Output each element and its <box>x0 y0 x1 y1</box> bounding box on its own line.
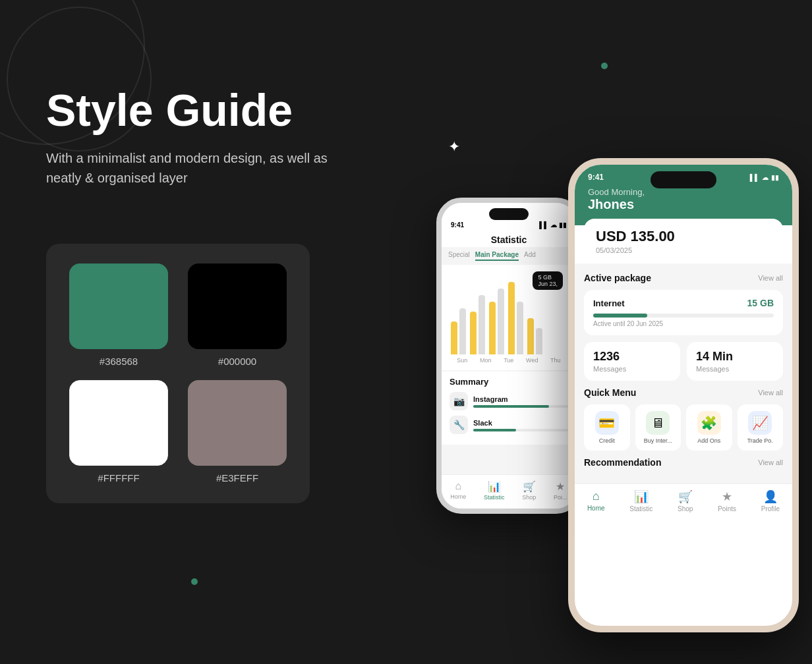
package-progress-bg <box>593 314 774 318</box>
color-swatch-green <box>69 263 168 349</box>
phone2-points-icon: ★ <box>722 489 732 504</box>
phone2-nav-points[interactable]: ★ Points <box>718 489 736 512</box>
phone2-nav-profile[interactable]: 👤 Profile <box>761 489 780 512</box>
phone-mockup-1: 9:41 ▌▌ ☁ ▮▮ Statistic Special Main Pack… <box>436 198 581 514</box>
stat-min-label: Messages <box>696 365 774 373</box>
label-mon: Mon <box>480 357 492 364</box>
color-swatch-wrapper-3: #FFFFFF <box>66 380 171 484</box>
summary-item-slack: 🔧 Slack <box>450 416 568 434</box>
phone1-tab-special[interactable]: Special <box>448 251 470 261</box>
bar-mon-gray <box>478 295 485 354</box>
phone1-screen-title: Statistic <box>491 235 527 245</box>
label-wed: Wed <box>526 357 538 364</box>
stat-card-min: 14 Min Messages <box>687 342 783 381</box>
stats-row: 1236 Messages 14 Min Messages <box>584 342 783 381</box>
package-row: Internet 15 GB <box>593 298 774 308</box>
phone2-username: Jhones <box>588 197 779 212</box>
instagram-progress <box>473 405 549 408</box>
color-swatch-gray <box>188 380 287 466</box>
color-swatch-wrapper-1: #368568 <box>66 263 171 367</box>
phone1-nav-shop-label: Shop <box>522 494 536 501</box>
phone2-notch <box>651 171 716 188</box>
internet-label: Internet <box>593 298 625 308</box>
quick-menu-view-all[interactable]: View all <box>758 389 783 397</box>
phone2-status-icons: ▌▌ ☁ ▮▮ <box>750 174 779 181</box>
summary-title: Summary <box>450 377 568 387</box>
label-tue: Tue <box>504 357 513 364</box>
phone1-nav-statistic[interactable]: 📊 Statistic <box>484 480 505 501</box>
page-subtitle: With a minimalist and modern design, as … <box>46 148 349 188</box>
phone2-home-icon: ⌂ <box>593 489 600 503</box>
color-label-black: #000000 <box>218 356 256 367</box>
credit-label: Credit <box>599 437 615 444</box>
phone2-time: 9:41 <box>588 173 604 182</box>
chart-tooltip: 5 GBJun 23, <box>533 271 563 290</box>
shop-icon: 🛒 <box>523 480 536 493</box>
phone2-nav-home[interactable]: ⌂ Home <box>587 489 605 512</box>
phones-container: 9:41 ▌▌ ☁ ▮▮ Statistic Special Main Pack… <box>568 158 812 632</box>
recommendation-view-all[interactable]: View all <box>758 458 783 466</box>
buy-internet-icon: 🖥 <box>646 411 670 435</box>
quick-menu-trade[interactable]: 📈 Trade Po. <box>738 404 784 451</box>
phone2-nav-shop[interactable]: 🛒 Shop <box>678 489 693 512</box>
instagram-icon: 📷 <box>450 392 468 410</box>
phone1-nav-home-label: Home <box>450 493 466 500</box>
phone1-tabs[interactable]: Special Main Package Add <box>442 247 576 265</box>
label-sun: Sun <box>457 357 467 364</box>
bg-dot-2 <box>191 578 198 585</box>
quick-menu-addons[interactable]: 🧩 Add Ons <box>686 404 732 451</box>
home-icon: ⌂ <box>455 480 462 492</box>
trade-label: Trade Po. <box>747 437 773 444</box>
instagram-info: Instagram <box>473 395 568 408</box>
stat-min-number: 14 Min <box>696 350 774 364</box>
phone1-time: 9:41 <box>451 221 464 229</box>
star-decoration: ✦ <box>448 138 460 155</box>
phone1-nav-poi-label: Poi... <box>554 494 567 501</box>
phone2-nav-statistic[interactable]: 📊 Statistic <box>629 489 652 512</box>
phone2-bottom-nav: ⌂ Home 📊 Statistic 🛒 Shop ★ Points 👤 Pro… <box>575 484 792 522</box>
quick-menu-buy-internet[interactable]: 🖥 Buy Inter... <box>635 404 682 451</box>
phone1-tab-main[interactable]: Main Package <box>475 251 519 261</box>
buy-internet-label: Buy Inter... <box>644 437 672 444</box>
bar-sun-yellow <box>451 321 457 354</box>
color-swatch-black <box>188 263 287 349</box>
phone2-home-label: Home <box>587 505 605 512</box>
stat-messages-label: Messages <box>593 365 671 373</box>
active-package-view-all[interactable]: View all <box>758 274 783 282</box>
phone1-nav-shop[interactable]: 🛒 Shop <box>522 480 536 501</box>
phone2-balance-card: USD 135.00 05/03/2025 <box>584 219 783 263</box>
chart-labels: Sun Mon Tue Wed Thu <box>448 354 569 364</box>
bg-dot-1 <box>601 63 608 69</box>
bar-mon-yellow <box>470 312 477 354</box>
phone1-notch <box>489 208 529 220</box>
recommendation-title: Recommendation <box>584 457 661 468</box>
stat-messages-number: 1236 <box>593 350 671 364</box>
phone1-status-icons: ▌▌ ☁ ▮▮ <box>539 221 567 229</box>
active-package-header: Active package View all <box>584 273 783 283</box>
active-package-title: Active package <box>584 273 651 283</box>
phone2-profile-label: Profile <box>761 505 780 512</box>
phone-mockup-2: 9:41 ▌▌ ☁ ▮▮ Good Morning, Jhones USD 13… <box>568 158 799 632</box>
phone1-chart: 5 GBJun 23, <box>442 265 576 370</box>
phone1-nav-poi[interactable]: ★ Poi... <box>554 480 567 501</box>
phone2-scroll-area: Active package View all Internet 15 GB A… <box>575 263 792 484</box>
phone2-balance-date: 05/03/2025 <box>596 246 771 254</box>
credit-icon: 💳 <box>595 411 619 435</box>
quick-menu-credit[interactable]: 💳 Credit <box>584 404 630 451</box>
bar-tue-yellow <box>489 302 496 354</box>
bar-wed-yellow <box>508 282 515 354</box>
phone2-shop-icon: 🛒 <box>678 489 693 504</box>
phone1-nav-home[interactable]: ⌂ Home <box>450 480 466 501</box>
color-swatch-wrapper-4: #E3FEFF <box>185 380 290 484</box>
bar-sun-gray <box>459 308 466 354</box>
trade-icon: 📈 <box>748 411 772 435</box>
phone1-tab-add[interactable]: Add <box>524 251 536 261</box>
addons-icon: 🧩 <box>697 411 721 435</box>
statistic-icon: 📊 <box>488 480 501 493</box>
internet-amount: 15 GB <box>747 298 774 308</box>
package-progress-fill <box>593 314 647 318</box>
phone2-statistic-icon: 📊 <box>634 489 649 504</box>
phone2-greeting: Good Morning, <box>588 187 779 197</box>
package-card: Internet 15 GB Active until 20 Jun 2025 <box>584 290 783 335</box>
phone2-balance-amount: USD 135.00 <box>596 228 771 245</box>
